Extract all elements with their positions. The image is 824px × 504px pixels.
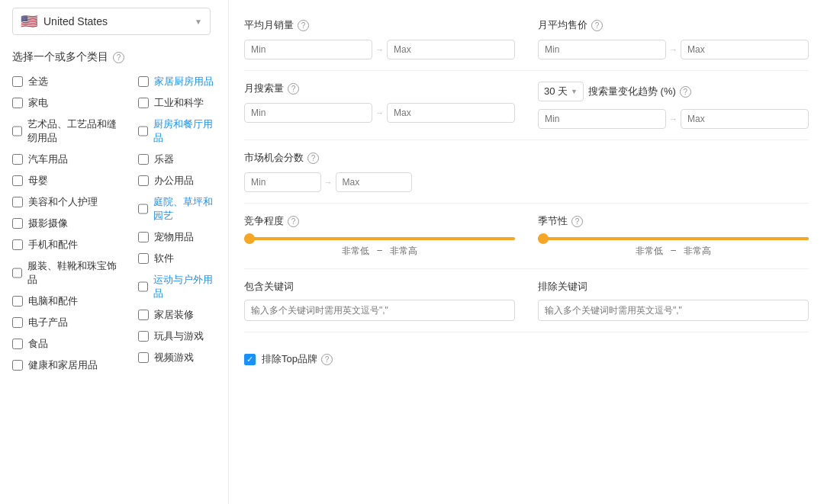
competition-help-icon[interactable]: ? bbox=[288, 216, 299, 227]
list-item[interactable]: 电子产品 bbox=[12, 316, 123, 329]
competition-slider-labels: 非常低 – 非常高 bbox=[244, 245, 515, 258]
market-score-section: 市场机会分数 ? → bbox=[244, 140, 809, 204]
list-item[interactable]: 服装、鞋靴和珠宝饰品 bbox=[12, 259, 123, 287]
category-checkbox[interactable] bbox=[12, 360, 23, 371]
list-item[interactable]: 母婴 bbox=[12, 174, 123, 188]
avg-monthly-price-max[interactable] bbox=[681, 40, 809, 59]
category-checkbox[interactable] bbox=[138, 352, 149, 363]
seasonality-slider-labels: 非常低 – 非常高 bbox=[538, 245, 809, 258]
include-keywords-input[interactable] bbox=[244, 300, 515, 321]
avg-monthly-sales-min[interactable] bbox=[244, 40, 372, 59]
category-checkbox[interactable] bbox=[138, 232, 149, 242]
category-checkbox[interactable] bbox=[12, 154, 23, 165]
category-checkbox[interactable] bbox=[138, 253, 149, 264]
search-section: 月搜索量 ? → 30 天 ▼ bbox=[244, 71, 809, 140]
list-item[interactable]: 庭院、草坪和园艺 bbox=[138, 195, 216, 223]
competition-slider-thumb[interactable] bbox=[244, 233, 255, 244]
country-name: United States bbox=[43, 15, 195, 27]
search-trend-min[interactable] bbox=[538, 109, 666, 129]
category-checkbox[interactable] bbox=[12, 317, 23, 328]
seasonality-slider-thumb[interactable] bbox=[538, 233, 549, 244]
include-keywords-label: 包含关键词 bbox=[244, 280, 515, 294]
category-col-2: 家居厨房用品工业和科学厨房和餐厅用品乐器办公用品庭院、草坪和园艺宠物用品软件运动… bbox=[138, 75, 216, 372]
list-item[interactable]: 厨房和餐厅用品 bbox=[138, 117, 216, 145]
category-section-title: 选择一个或多个类目 ? bbox=[12, 50, 216, 64]
list-item[interactable]: 电脑和配件 bbox=[12, 294, 123, 308]
exclude-top-brands-row: ✓ 排除Top品牌 ? bbox=[244, 343, 809, 366]
category-checkbox[interactable] bbox=[12, 175, 23, 186]
list-item[interactable]: 办公用品 bbox=[138, 174, 216, 188]
market-score-row: 市场机会分数 ? → bbox=[244, 151, 809, 192]
category-checkbox[interactable] bbox=[138, 204, 148, 214]
list-item[interactable]: 食品 bbox=[12, 337, 123, 351]
list-item[interactable]: 工业和科学 bbox=[138, 96, 216, 110]
avg-monthly-price-label: 月平均售价 ? bbox=[538, 18, 809, 32]
avg-monthly-sales-max[interactable] bbox=[387, 40, 515, 59]
exclude-top-brands-checkbox[interactable]: ✓ bbox=[244, 354, 256, 365]
list-item[interactable]: 摄影摄像 bbox=[12, 217, 123, 230]
search-trend-range: → bbox=[538, 109, 809, 129]
days-selector[interactable]: 30 天 ▼ bbox=[538, 82, 584, 101]
category-checkbox[interactable] bbox=[138, 281, 148, 292]
market-score-min[interactable] bbox=[244, 172, 321, 192]
list-item[interactable]: 健康和家居用品 bbox=[12, 358, 123, 372]
monthly-search-help-icon[interactable]: ? bbox=[288, 83, 299, 95]
list-item[interactable]: 艺术品、工艺品和缝纫用品 bbox=[12, 117, 123, 145]
avg-monthly-price-block: 月平均售价 ? → bbox=[538, 18, 809, 59]
list-item[interactable]: 家居厨房用品 bbox=[138, 75, 216, 88]
search-trend-help-icon[interactable]: ? bbox=[680, 86, 691, 98]
category-checkbox[interactable] bbox=[12, 296, 23, 307]
search-trend-label: 搜索量变化趋势 (%) ? bbox=[588, 85, 691, 98]
seasonality-slider-fill bbox=[538, 237, 809, 240]
market-score-help-icon[interactable]: ? bbox=[307, 152, 319, 164]
category-checkbox[interactable] bbox=[12, 218, 23, 229]
list-item[interactable]: 乐器 bbox=[138, 152, 216, 166]
list-item[interactable]: 全选 bbox=[12, 75, 123, 88]
category-checkbox[interactable] bbox=[138, 331, 149, 342]
list-item[interactable]: 汽车用品 bbox=[12, 152, 123, 166]
exclude-top-brands-help-icon[interactable]: ? bbox=[321, 354, 333, 365]
competition-slider-track bbox=[244, 237, 515, 240]
monthly-search-min[interactable] bbox=[244, 103, 372, 123]
category-checkbox[interactable] bbox=[12, 76, 23, 87]
competition-slider-fill bbox=[244, 237, 515, 240]
category-checkbox[interactable] bbox=[138, 126, 148, 136]
list-item[interactable]: 家电 bbox=[12, 96, 123, 110]
category-checkbox[interactable] bbox=[12, 197, 23, 207]
competition-slider[interactable] bbox=[244, 237, 515, 240]
list-item[interactable]: 软件 bbox=[138, 252, 216, 265]
category-checkbox[interactable] bbox=[12, 239, 23, 250]
list-item[interactable]: 美容和个人护理 bbox=[12, 195, 123, 209]
list-item[interactable]: 手机和配件 bbox=[12, 238, 123, 252]
category-checkbox[interactable] bbox=[12, 339, 23, 349]
country-selector[interactable]: 🇺🇸 United States ▼ bbox=[12, 8, 211, 35]
monthly-search-max[interactable] bbox=[387, 103, 515, 123]
list-item[interactable]: 玩具与游戏 bbox=[138, 329, 216, 343]
monthly-search-label: 月搜索量 ? bbox=[244, 82, 515, 95]
category-checkbox[interactable] bbox=[138, 98, 149, 108]
seasonality-slider[interactable] bbox=[538, 237, 809, 240]
market-score-max[interactable] bbox=[336, 172, 413, 192]
category-checkbox[interactable] bbox=[138, 175, 149, 186]
avg-monthly-sales-help-icon[interactable]: ? bbox=[298, 20, 309, 31]
category-checkbox[interactable] bbox=[12, 268, 22, 278]
list-item[interactable]: 家居装修 bbox=[138, 308, 216, 322]
competition-block: 竞争程度 ? 非常低 – 非常高 bbox=[244, 214, 515, 258]
seasonality-help-icon[interactable]: ? bbox=[571, 216, 583, 227]
category-checkbox[interactable] bbox=[138, 76, 149, 87]
avg-monthly-price-range: → bbox=[538, 40, 809, 59]
category-checkbox[interactable] bbox=[12, 98, 23, 108]
exclude-keywords-input[interactable] bbox=[538, 300, 809, 321]
category-help-icon[interactable]: ? bbox=[113, 52, 124, 63]
category-checkbox[interactable] bbox=[138, 310, 149, 320]
category-checkbox[interactable] bbox=[138, 154, 149, 165]
category-checkbox[interactable] bbox=[12, 126, 22, 136]
list-item[interactable]: 宠物用品 bbox=[138, 230, 216, 244]
search-trend-max[interactable] bbox=[681, 109, 809, 129]
seasonality-label: 季节性 ? bbox=[538, 214, 809, 228]
avg-monthly-price-min[interactable] bbox=[538, 40, 666, 59]
list-item[interactable]: 运动与户外用品 bbox=[138, 273, 216, 300]
list-item[interactable]: 视频游戏 bbox=[138, 351, 216, 364]
left-panel: 🇺🇸 United States ▼ 选择一个或多个类目 ? 全选家电艺术品、工… bbox=[0, 0, 229, 504]
avg-monthly-price-help-icon[interactable]: ? bbox=[591, 20, 603, 31]
